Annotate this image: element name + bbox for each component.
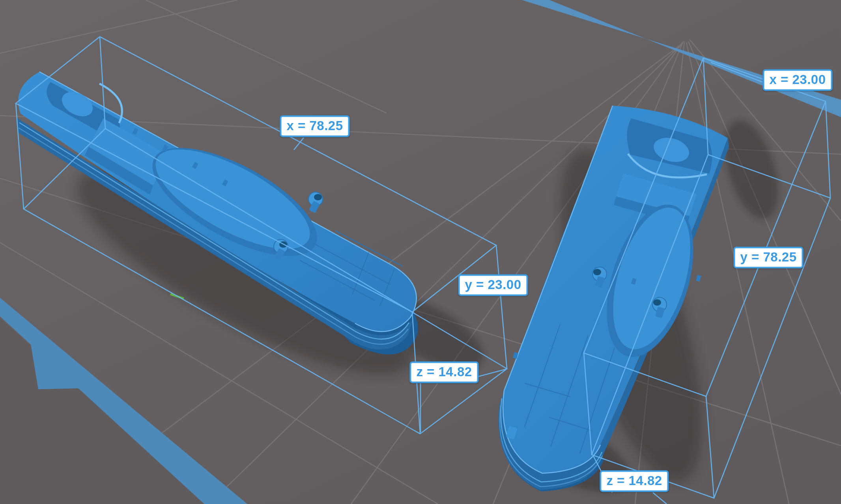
dimension-label-z-left: z = 14.82 — [409, 361, 478, 383]
dimension-label-z-right: z = 14.82 — [600, 470, 669, 492]
dimension-label-x-right: x = 23.00 — [763, 69, 832, 91]
cowl-vent — [308, 192, 323, 213]
dimension-label-y-right: y = 78.25 — [733, 246, 803, 268]
scene-canvas — [0, 0, 841, 504]
viewport-3d[interactable]: x = 78.25 y = 23.00 z = 14.82 x = 23.00 … — [0, 0, 841, 504]
dimension-label-y-left: y = 23.00 — [458, 274, 528, 296]
bed-edge-far — [522, 0, 841, 117]
dimension-label-x-left: x = 78.25 — [280, 115, 349, 137]
